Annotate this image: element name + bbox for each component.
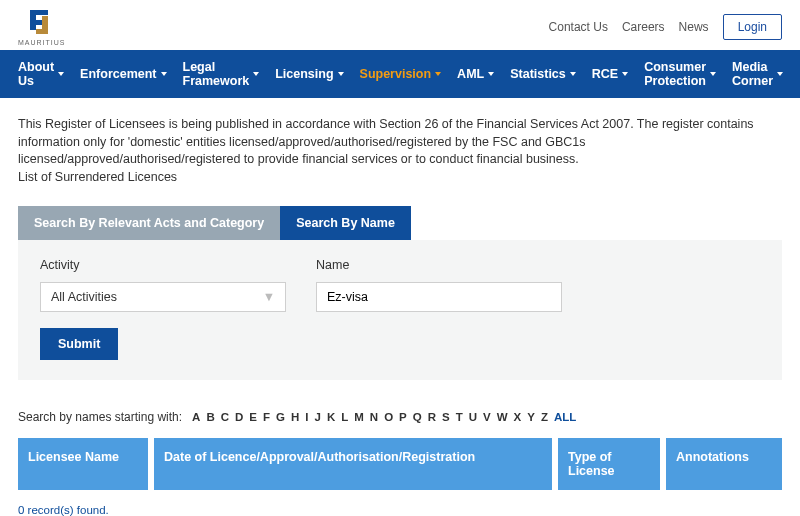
tab-search-by-name[interactable]: Search By Name	[280, 206, 411, 240]
logo[interactable]: MAURITIUS	[18, 8, 66, 46]
intro-text: This Register of Licensees is being publ…	[18, 116, 782, 186]
alpha-y[interactable]: Y	[527, 411, 535, 423]
chevron-down-icon	[58, 72, 64, 76]
login-button[interactable]: Login	[723, 14, 782, 40]
alpha-g[interactable]: G	[276, 411, 285, 423]
alpha-l[interactable]: L	[341, 411, 348, 423]
chevron-down-icon	[570, 72, 576, 76]
alpha-p[interactable]: P	[399, 411, 407, 423]
th-annotations[interactable]: Annotations	[666, 438, 782, 490]
alpha-k[interactable]: K	[327, 411, 335, 423]
chevron-down-icon	[488, 72, 494, 76]
chevron-down-icon	[777, 72, 783, 76]
alpha-m[interactable]: M	[354, 411, 364, 423]
nav-rce[interactable]: RCE	[584, 50, 636, 98]
alpha-v[interactable]: V	[483, 411, 491, 423]
alpha-a[interactable]: A	[192, 411, 200, 423]
th-licensee-name[interactable]: Licensee Name	[18, 438, 148, 490]
alpha-label: Search by names starting with:	[18, 410, 182, 424]
nav-consumer-protection[interactable]: Consumer Protection	[636, 50, 724, 98]
activity-field: Activity All Activities ▼	[40, 258, 286, 312]
surrendered-licences-link[interactable]: List of Surrendered Licences	[18, 170, 177, 184]
nav-statistics[interactable]: Statistics	[502, 50, 584, 98]
main-nav: About Us Enforcement Legal Framework Lic…	[0, 50, 800, 98]
search-tabs: Search By Relevant Acts and Category Sea…	[18, 206, 782, 240]
logo-subtext: MAURITIUS	[18, 39, 66, 46]
alpha-t[interactable]: T	[456, 411, 463, 423]
alpha-w[interactable]: W	[497, 411, 508, 423]
nav-enforcement[interactable]: Enforcement	[72, 50, 174, 98]
top-link-contact[interactable]: Contact Us	[549, 20, 608, 34]
svg-rect-2	[30, 20, 44, 25]
records-found: 0 record(s) found.	[18, 504, 782, 516]
alpha-e[interactable]: E	[249, 411, 257, 423]
alpha-h[interactable]: H	[291, 411, 299, 423]
alpha-f[interactable]: F	[263, 411, 270, 423]
nav-media-corner[interactable]: Media Corner	[724, 50, 791, 98]
fsc-logo-icon	[28, 8, 56, 38]
tab-search-by-acts[interactable]: Search By Relevant Acts and Category	[18, 206, 280, 240]
svg-rect-1	[30, 10, 48, 15]
intro-main: This Register of Licensees is being publ…	[18, 117, 754, 166]
top-link-careers[interactable]: Careers	[622, 20, 665, 34]
name-label: Name	[316, 258, 562, 272]
alpha-all[interactable]: ALL	[554, 411, 576, 423]
name-field: Name	[316, 258, 562, 312]
alpha-r[interactable]: R	[428, 411, 436, 423]
chevron-down-icon	[710, 72, 716, 76]
activity-label: Activity	[40, 258, 286, 272]
alpha-z[interactable]: Z	[541, 411, 548, 423]
chevron-down-icon	[435, 72, 441, 76]
name-input[interactable]	[316, 282, 562, 312]
results-table-header: Licensee Name Date of Licence/Approval/A…	[18, 438, 782, 490]
alpha-j[interactable]: J	[315, 411, 321, 423]
alpha-o[interactable]: O	[384, 411, 393, 423]
chevron-down-icon	[253, 72, 259, 76]
activity-value: All Activities	[51, 290, 117, 304]
alpha-s[interactable]: S	[442, 411, 450, 423]
nav-legal-framework[interactable]: Legal Framework	[175, 50, 268, 98]
search-panel: Activity All Activities ▼ Name Submit	[18, 240, 782, 380]
alpha-b[interactable]: B	[206, 411, 214, 423]
alpha-c[interactable]: C	[221, 411, 229, 423]
alpha-x[interactable]: X	[514, 411, 522, 423]
alpha-u[interactable]: U	[469, 411, 477, 423]
chevron-down-icon	[622, 72, 628, 76]
submit-button[interactable]: Submit	[40, 328, 118, 360]
alpha-q[interactable]: Q	[413, 411, 422, 423]
nav-licensing[interactable]: Licensing	[267, 50, 351, 98]
alpha-n[interactable]: N	[370, 411, 378, 423]
nav-aml[interactable]: AML	[449, 50, 502, 98]
chevron-down-icon	[161, 72, 167, 76]
activity-select[interactable]: All Activities ▼	[40, 282, 286, 312]
top-bar: MAURITIUS Contact Us Careers News Login	[0, 0, 800, 50]
content-area: This Register of Licensees is being publ…	[0, 98, 800, 516]
top-link-news[interactable]: News	[679, 20, 709, 34]
alpha-filter: Search by names starting with: A B C D E…	[18, 410, 782, 424]
svg-rect-4	[36, 29, 48, 34]
top-links: Contact Us Careers News Login	[549, 14, 782, 40]
th-type[interactable]: Type of License	[558, 438, 660, 490]
alpha-d[interactable]: D	[235, 411, 243, 423]
alpha-i[interactable]: I	[305, 411, 308, 423]
chevron-down-icon	[338, 72, 344, 76]
dropdown-icon: ▼	[263, 290, 275, 304]
nav-supervision[interactable]: Supervision	[352, 50, 450, 98]
th-date[interactable]: Date of Licence/Approval/Authorisation/R…	[154, 438, 552, 490]
nav-about-us[interactable]: About Us	[10, 50, 72, 98]
